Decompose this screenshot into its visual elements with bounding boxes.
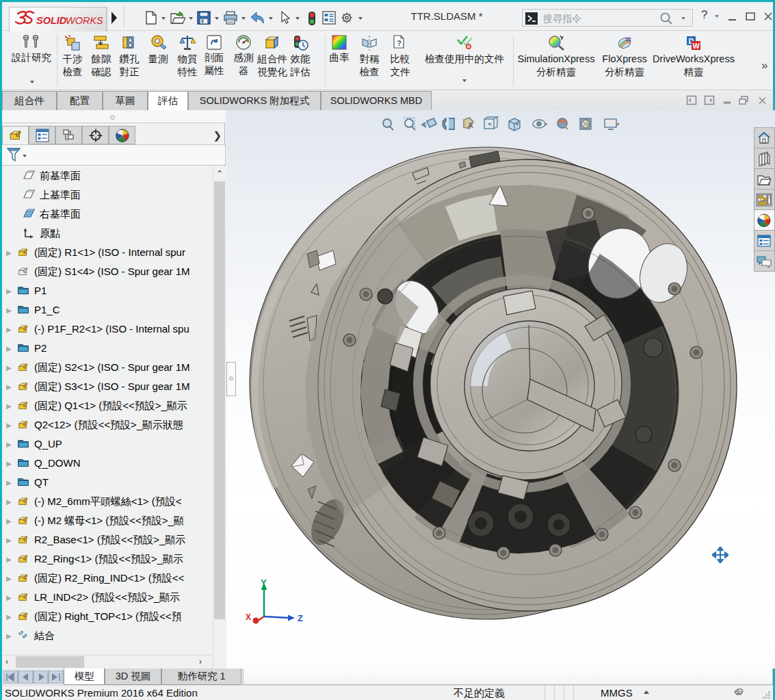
svg-text:Y: Y — [261, 579, 267, 588]
svg-text:Z: Z — [298, 613, 303, 623]
svg-text:WORKS: WORKS — [66, 15, 103, 26]
svg-text:SOLID: SOLID — [36, 15, 67, 26]
svg-text:X: X — [246, 612, 251, 622]
svg-text:W: W — [693, 42, 700, 50]
svg-text:A: A — [468, 121, 473, 129]
svg-text:?: ? — [397, 39, 402, 47]
